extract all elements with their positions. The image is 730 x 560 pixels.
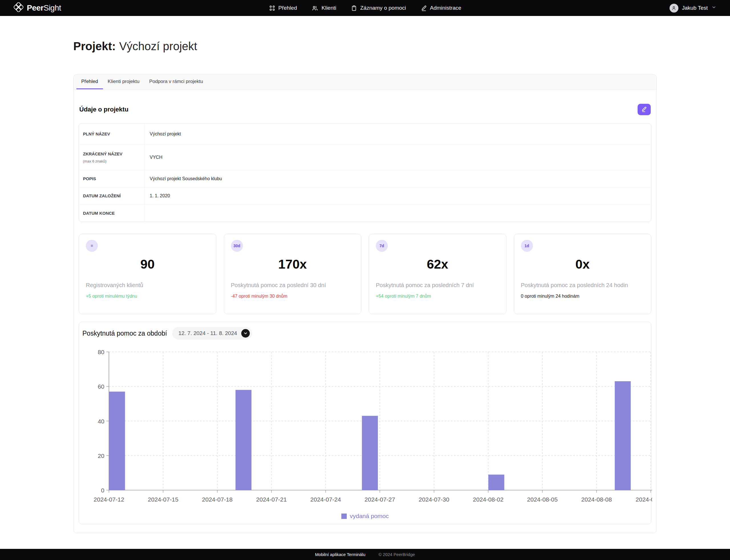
- stat-value: 0x: [521, 257, 644, 272]
- stat-label: Poskytnutá pomoc za posledních 24 hodin: [521, 282, 644, 289]
- nav-label: Klienti: [321, 5, 336, 11]
- stat-badge: =: [86, 240, 98, 252]
- row-label: PLNÝ NÁZEV: [79, 123, 145, 144]
- row-value: [145, 204, 153, 222]
- row-value: VYCH: [145, 145, 165, 170]
- row-label: DATUM ZALOŽENÍ: [79, 187, 145, 204]
- svg-text:2024-08-08: 2024-08-08: [581, 496, 612, 503]
- legend-swatch: [341, 514, 347, 519]
- table-row: DATUM ZALOŽENÍ 1. 1. 2020: [79, 187, 651, 204]
- pencil-icon: [421, 5, 427, 11]
- page-title-prefix: Projekt:: [73, 40, 116, 52]
- row-value: 1. 1. 2020: [145, 187, 173, 204]
- svg-text:2024-07-27: 2024-07-27: [364, 496, 395, 503]
- svg-text:20: 20: [98, 453, 104, 459]
- svg-text:2024-08-11: 2024-08-11: [636, 496, 652, 503]
- page-footer: Mobilní aplikace Terminálu © 2024 PeerBr…: [0, 549, 730, 560]
- row-sublabel: (max 6 znaků): [83, 159, 142, 163]
- table-row: ZKRÁCENÝ NÁZEV (max 6 znaků) VYCH: [79, 145, 651, 170]
- brand-name: PeerSight: [27, 3, 61, 13]
- svg-text:2024-08-05: 2024-08-05: [527, 496, 557, 503]
- details-heading: Údaje o projektu: [79, 106, 128, 113]
- table-row: POPIS Výchozí projekt Sousedského klubu: [79, 170, 651, 187]
- svg-text:2024-08-02: 2024-08-02: [473, 496, 503, 503]
- nav-item-zaznamy[interactable]: Záznamy o pomoci: [351, 5, 406, 11]
- stat-badge: 7d: [376, 240, 388, 252]
- project-details-table: PLNÝ NÁZEV Výchozí projekt ZKRÁCENÝ NÁZE…: [79, 123, 651, 222]
- footer-copyright: © 2024 PeerBridge: [378, 552, 415, 557]
- page-title-name: Výchozí projekt: [119, 40, 197, 52]
- svg-text:2024-07-15: 2024-07-15: [148, 496, 178, 503]
- avatar: [670, 4, 678, 13]
- pencil-icon: [641, 106, 647, 113]
- clipboard-icon: [351, 5, 357, 11]
- stat-badge: 1d: [521, 240, 533, 252]
- svg-text:40: 40: [98, 418, 104, 425]
- row-label: ZKRÁCENÝ NÁZEV (max 6 znaků): [79, 145, 145, 170]
- stat-value: 62x: [376, 257, 499, 272]
- users-icon: [312, 5, 318, 11]
- nav-label: Přehled: [278, 5, 297, 11]
- top-navbar: PeerSight Přehled Klienti: [0, 0, 730, 16]
- nav-item-prehled[interactable]: Přehled: [269, 5, 297, 11]
- svg-text:2024-07-24: 2024-07-24: [310, 496, 341, 503]
- stat-card-registered-clients: = 90 Registrovaných klientů +5 oproti mi…: [79, 234, 216, 314]
- date-range-picker[interactable]: 12. 7. 2024 - 11. 8. 2024: [172, 327, 252, 340]
- grid-icon: [269, 5, 275, 11]
- chart-legend[interactable]: vydaná pomoc: [79, 513, 651, 520]
- stat-cards: = 90 Registrovaných klientů +5 oproti mi…: [79, 234, 651, 314]
- table-row: PLNÝ NÁZEV Výchozí projekt: [79, 123, 651, 145]
- main-content: Projekt:Výchozí projekt Přehled Klienti …: [0, 16, 730, 549]
- user-name: Jakub Test: [682, 5, 708, 11]
- chart-heading: Poskytnutá pomoc za období: [82, 330, 167, 337]
- bar-chart: 2024-07-122024-07-152024-07-182024-07-21…: [79, 348, 652, 512]
- legend-label: vydaná pomoc: [350, 513, 389, 520]
- svg-text:60: 60: [98, 383, 104, 390]
- row-label: DATUM KONCE: [79, 204, 145, 222]
- stat-delta: +5 oproti minulému týdnu: [86, 294, 209, 299]
- user-menu[interactable]: Jakub Test: [670, 4, 716, 13]
- stat-value: 170x: [231, 257, 354, 272]
- nav-label: Administrace: [430, 5, 461, 11]
- row-value: Výchozí projekt: [145, 123, 184, 144]
- brand-logo[interactable]: PeerSight: [14, 2, 61, 14]
- nav-label: Záznamy o pomoci: [360, 5, 406, 11]
- tab-prehled[interactable]: Přehled: [76, 75, 103, 89]
- tab-podpora[interactable]: Podpora v rámci projektu: [144, 75, 208, 89]
- svg-text:0: 0: [101, 487, 104, 494]
- stat-delta: -47 oproti minulým 30 dnům: [231, 294, 354, 299]
- edit-project-button[interactable]: [638, 104, 651, 115]
- nav-item-administrace[interactable]: Administrace: [421, 5, 461, 11]
- svg-text:2024-07-21: 2024-07-21: [256, 496, 287, 503]
- stat-card-help-30d: 30d 170x Poskytnutá pomoc za poslední 30…: [224, 234, 362, 314]
- row-value: Výchozí projekt Sousedského klubu: [145, 170, 225, 187]
- stat-badge: 30d: [231, 240, 243, 252]
- project-card: Přehled Klienti projektu Podpora v rámci…: [73, 74, 657, 533]
- stat-value: 90: [86, 257, 209, 272]
- chevron-down-icon: [711, 5, 716, 11]
- help-chart-card: Poskytnutá pomoc za období 12. 7. 2024 -…: [79, 322, 651, 524]
- stat-delta: +54 oproti minulým 7 dnům: [376, 294, 499, 299]
- footer-link-mobile-app[interactable]: Mobilní aplikace Terminálu: [315, 552, 365, 557]
- main-navigation: Přehled Klienti Záznamy o pomoci: [61, 5, 669, 11]
- stat-delta: 0 oproti minulým 24 hodinám: [521, 294, 644, 299]
- stat-card-help-7d: 7d 62x Poskytnutá pomoc za posledních 7 …: [369, 234, 506, 314]
- stat-label: Poskytnutá pomoc za posledních 7 dní: [376, 282, 499, 289]
- nav-item-klienti[interactable]: Klienti: [312, 5, 336, 11]
- peersight-logo-icon: [14, 2, 23, 14]
- project-tabs: Přehled Klienti projektu Podpora v rámci…: [74, 75, 656, 90]
- date-range-value: 12. 7. 2024 - 11. 8. 2024: [179, 330, 237, 336]
- stat-label: Poskytnutá pomoc za poslední 30 dní: [231, 282, 354, 289]
- chevron-down-icon: [241, 329, 250, 338]
- tab-klienti-projektu[interactable]: Klienti projektu: [103, 75, 145, 89]
- stat-card-help-24h: 1d 0x Poskytnutá pomoc za posledních 24 …: [514, 234, 652, 314]
- svg-text:2024-07-30: 2024-07-30: [419, 496, 449, 503]
- row-label: POPIS: [79, 170, 145, 187]
- page-title: Projekt:Výchozí projekt: [73, 40, 657, 53]
- svg-text:80: 80: [98, 349, 104, 355]
- svg-text:2024-07-18: 2024-07-18: [202, 496, 232, 503]
- stat-label: Registrovaných klientů: [86, 282, 209, 289]
- table-row: DATUM KONCE: [79, 204, 651, 222]
- svg-text:2024-07-12: 2024-07-12: [94, 496, 124, 503]
